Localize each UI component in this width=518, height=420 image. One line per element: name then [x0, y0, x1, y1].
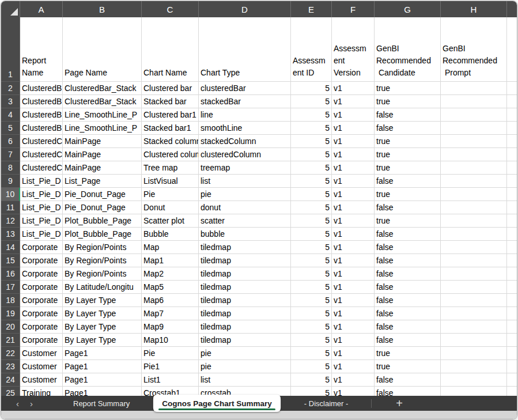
cell[interactable]: false: [375, 281, 441, 294]
cell-filler[interactable]: [507, 254, 517, 267]
cell[interactable]: [441, 228, 507, 241]
cell[interactable]: false: [375, 241, 441, 254]
cell[interactable]: smoothLine: [199, 122, 291, 135]
cell-filler[interactable]: [507, 201, 517, 214]
cell-filler[interactable]: [507, 108, 517, 122]
cell-filler[interactable]: [507, 95, 517, 108]
cell[interactable]: [441, 241, 507, 254]
row-header-6[interactable]: 6: [1, 135, 20, 148]
cell-filler[interactable]: [507, 294, 517, 307]
cell[interactable]: Line_SmoothLine_P: [63, 122, 142, 135]
cell[interactable]: [441, 347, 507, 360]
cell[interactable]: Map1: [142, 254, 199, 267]
cell[interactable]: Pie: [142, 188, 199, 201]
cell-filler[interactable]: [507, 17, 517, 82]
sheet-tab-disclaimer[interactable]: - Disclaimer -: [281, 396, 372, 411]
row-header-14[interactable]: 14: [1, 241, 20, 254]
row-header-5[interactable]: 5: [1, 122, 20, 135]
cell[interactable]: false: [375, 267, 441, 281]
cell[interactable]: Pie_Donut_Page: [63, 188, 142, 201]
cell[interactable]: Corporate: [20, 320, 63, 334]
cell[interactable]: false: [375, 228, 441, 241]
cell[interactable]: [441, 188, 507, 201]
cell[interactable]: v1: [332, 201, 375, 214]
sheet-nav-prev-icon[interactable]: ‹: [16, 399, 19, 408]
cell[interactable]: Bubble: [142, 228, 199, 241]
cell[interactable]: Tree map: [142, 161, 199, 175]
cell[interactable]: v1: [332, 82, 375, 95]
cell[interactable]: List_Pie_D: [20, 188, 63, 201]
row-header-19[interactable]: 19: [1, 307, 20, 320]
cell[interactable]: Assessm ent Version: [332, 17, 375, 82]
cell[interactable]: v1: [332, 281, 375, 294]
cell[interactable]: MainPage: [63, 161, 142, 175]
cell[interactable]: [441, 214, 507, 228]
cell[interactable]: Corporate: [20, 294, 63, 307]
cell[interactable]: false: [375, 175, 441, 188]
cell[interactable]: List1: [142, 373, 199, 387]
sheet-tab-cognos-page-chart-summary[interactable]: Cognos Page Chart Summary: [153, 395, 281, 412]
cell[interactable]: ClusteredBar_Stack: [63, 82, 142, 95]
cell[interactable]: pie: [199, 360, 291, 373]
cell[interactable]: By Layer Type: [63, 334, 142, 347]
cell[interactable]: 5: [291, 82, 332, 95]
cell[interactable]: v1: [332, 175, 375, 188]
cell[interactable]: 5: [291, 122, 332, 135]
column-header-F[interactable]: F: [332, 1, 375, 17]
cell[interactable]: 5: [291, 108, 332, 122]
cell[interactable]: [441, 281, 507, 294]
cell-filler[interactable]: [507, 228, 517, 241]
cell[interactable]: Clustered bar1: [142, 108, 199, 122]
cell-filler[interactable]: [507, 122, 517, 135]
cell[interactable]: List_Pie_D: [20, 214, 63, 228]
cell[interactable]: Scatter plot: [142, 214, 199, 228]
column-header-C[interactable]: C: [142, 1, 199, 17]
cell[interactable]: v1: [332, 254, 375, 267]
row-header-7[interactable]: 7: [1, 148, 20, 161]
cell[interactable]: v1: [332, 228, 375, 241]
cell[interactable]: tiledmap: [199, 307, 291, 320]
cell[interactable]: v1: [332, 135, 375, 148]
cell[interactable]: Corporate: [20, 307, 63, 320]
cell[interactable]: 5: [291, 135, 332, 148]
cell-filler[interactable]: [507, 175, 517, 188]
cell[interactable]: 5: [291, 267, 332, 281]
cell[interactable]: List_Pie_D: [20, 228, 63, 241]
cell[interactable]: Customer: [20, 347, 63, 360]
cell[interactable]: clusteredBar: [199, 82, 291, 95]
cell[interactable]: Assessm ent ID: [291, 17, 332, 82]
select-all-button[interactable]: [1, 1, 20, 17]
column-header-H[interactable]: H: [441, 1, 507, 17]
cell[interactable]: 5: [291, 307, 332, 320]
column-header-A[interactable]: A: [20, 1, 63, 17]
cell[interactable]: Customer: [20, 360, 63, 373]
cell-filler[interactable]: [507, 267, 517, 281]
cell[interactable]: GenBI Recommended Candidate: [375, 17, 441, 82]
cell[interactable]: v1: [332, 95, 375, 108]
cell[interactable]: tiledmap: [199, 241, 291, 254]
cell[interactable]: By Region/Points: [63, 267, 142, 281]
cell-filler[interactable]: [507, 214, 517, 228]
column-header-G[interactable]: G: [375, 1, 441, 17]
row-header-15[interactable]: 15: [1, 254, 20, 267]
cell[interactable]: v1: [332, 373, 375, 387]
cell[interactable]: Map2: [142, 267, 199, 281]
cell[interactable]: false: [375, 254, 441, 267]
row-header-22[interactable]: 22: [1, 347, 20, 360]
cell[interactable]: By Layer Type: [63, 307, 142, 320]
cell[interactable]: [441, 267, 507, 281]
cell[interactable]: ListVisual: [142, 175, 199, 188]
cell[interactable]: By Layer Type: [63, 294, 142, 307]
cell[interactable]: 5: [291, 294, 332, 307]
row-header-9[interactable]: 9: [1, 175, 20, 188]
row-header-1[interactable]: 1: [1, 17, 20, 82]
cell[interactable]: Chart Type: [199, 17, 291, 82]
cell[interactable]: [441, 135, 507, 148]
row-header-11[interactable]: 11: [1, 201, 20, 214]
cell[interactable]: v1: [332, 214, 375, 228]
cell[interactable]: 5: [291, 161, 332, 175]
cell[interactable]: v1: [332, 108, 375, 122]
cell[interactable]: v1: [332, 320, 375, 334]
cell-filler[interactable]: [507, 188, 517, 201]
cell[interactable]: bubble: [199, 228, 291, 241]
